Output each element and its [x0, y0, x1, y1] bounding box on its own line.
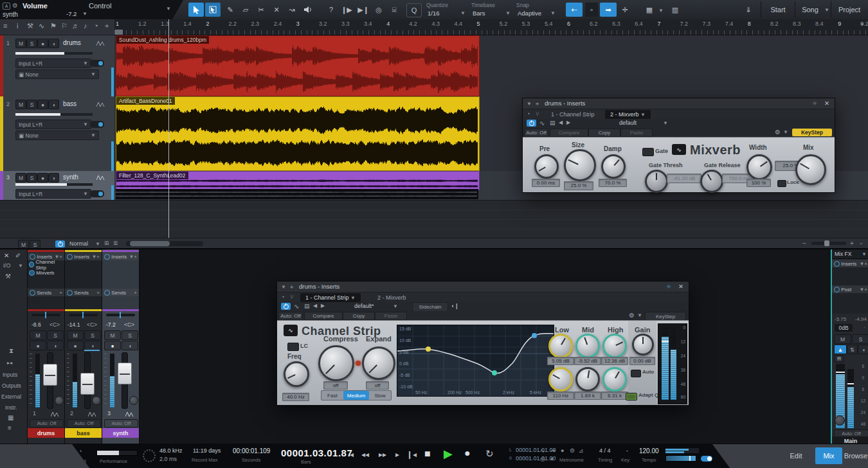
track-scrollbar[interactable]: [111, 185, 114, 200]
gear-icon[interactable]: ⚙: [12, 2, 18, 9]
eq-point-high[interactable]: [532, 333, 537, 338]
lock-checkbox[interactable]: [777, 180, 786, 187]
record-arm-button[interactable]: ●: [30, 341, 46, 350]
mute-button[interactable]: M: [15, 173, 26, 183]
tool-icon[interactable]: ⚒: [27, 22, 33, 30]
automation-mode-button[interactable]: Auto: Off: [67, 419, 101, 428]
automation-mode-button[interactable]: Auto: Off: [104, 419, 138, 428]
close-icon[interactable]: ✕: [678, 283, 683, 290]
stop-button[interactable]: ■: [424, 448, 431, 460]
sidechain-button[interactable]: Sidechain: [412, 302, 448, 312]
solo-button[interactable]: S: [122, 330, 138, 340]
instrument-select[interactable]: ▣ None▼: [15, 69, 99, 79]
window-titlebar[interactable]: ▼ ＋ drums - Inserts ⍟ ✕: [277, 282, 689, 292]
marker-flag-icon[interactable]: ⚑: [50, 22, 57, 30]
preset-name[interactable]: default*: [354, 303, 374, 309]
mixer-channel-bass[interactable]: Inserts▼+ Sends+ -14.1 <C> M S ● ◖ 2 Aut…: [65, 249, 102, 445]
clock-icon[interactable]: ◎: [540, 456, 545, 462]
tempo-track-icon[interactable]: ∿: [540, 447, 545, 454]
mute-button[interactable]: M: [67, 330, 84, 340]
monitor-button[interactable]: ◖: [48, 173, 59, 183]
inserts-list[interactable]: [102, 260, 139, 289]
bell-icon[interactable]: ⊿: [579, 447, 584, 454]
speed-medium-button[interactable]: Medium: [343, 391, 370, 400]
compare-button[interactable]: Compare: [550, 129, 588, 137]
io-label[interactable]: I/O: [3, 262, 10, 269]
main-volume-slider[interactable]: [665, 455, 696, 462]
volume-readout[interactable]: -7.2: [106, 321, 116, 328]
volume-slider[interactable]: [15, 52, 93, 55]
pre-knob[interactable]: [534, 154, 559, 179]
edit-groups-button[interactable]: ▫: [585, 3, 598, 17]
track-name[interactable]: bass: [63, 100, 77, 107]
arrow-tool-button[interactable]: [188, 3, 204, 17]
low-freq-knob[interactable]: [548, 367, 573, 392]
pan-slider[interactable]: [32, 314, 60, 316]
fader-handle[interactable]: [43, 364, 57, 386]
window-titlebar[interactable]: ▼ ＋ drums - Inserts ⍟ ✕: [523, 98, 835, 109]
clip-synth[interactable]: Filter_128_C_SynthLead02: [116, 171, 480, 190]
copy-button[interactable]: Copy: [343, 312, 375, 320]
sends-header[interactable]: Sends+: [28, 289, 64, 296]
tempo-track-icon[interactable]: ◔: [94, 22, 98, 30]
chord-track-icon[interactable]: ♬: [72, 22, 79, 30]
solo-button[interactable]: S: [26, 39, 37, 48]
high-freq-knob[interactable]: [602, 367, 627, 392]
chevron-down-icon[interactable]: ▼: [393, 303, 398, 309]
banks-icon[interactable]: ▦: [8, 414, 14, 421]
auto-mode-button[interactable]: Auto: Off: [524, 129, 548, 137]
inserts-list[interactable]: [832, 267, 868, 285]
tab-channel-strip[interactable]: 1 - Channel Strip: [546, 110, 600, 119]
pan-slider[interactable]: [106, 314, 135, 316]
pin-icon[interactable]: ⍟: [667, 283, 671, 291]
track-header-drums[interactable]: 1 M S ● ◖ drums Input L+R▼ ▣ None▼: [0, 35, 114, 97]
gate-thresh-value[interactable]: -41.20 dB: [667, 174, 701, 183]
play-button[interactable]: ▶: [444, 447, 453, 461]
snap-mode-button[interactable]: ⇠: [566, 3, 583, 17]
zoom-slider[interactable]: [811, 242, 846, 245]
zoom-preset-icon[interactable]: ⌄: [859, 240, 863, 246]
chevron-down-icon[interactable]: ▼: [95, 241, 100, 247]
sidebar-item-instr[interactable]: Instr.: [5, 404, 17, 411]
solo-button[interactable]: S: [852, 334, 868, 344]
speaker-select-button[interactable]: ◖: [858, 345, 868, 354]
routing-icon[interactable]: ⑂: [536, 111, 539, 117]
track-scrollbar[interactable]: [111, 68, 114, 96]
routing-icon[interactable]: ⑂: [290, 294, 293, 300]
inserts-list[interactable]: Channel Strip Mixverb: [28, 260, 64, 289]
record-panel-button[interactable]: ◎: [372, 3, 385, 17]
lc-checkbox[interactable]: [287, 343, 299, 351]
browse-view-button[interactable]: Browse: [844, 447, 868, 464]
mid-freq-value[interactable]: 1.69 k: [574, 392, 601, 400]
preset-file-icon[interactable]: ▤: [550, 120, 556, 126]
volume-slider[interactable]: [15, 183, 93, 186]
bend-tool-button[interactable]: ↝: [285, 3, 299, 17]
expand-knob[interactable]: [362, 346, 395, 380]
track-name[interactable]: drums: [63, 39, 81, 46]
macro-toolbar-button[interactable]: ⌸: [386, 3, 402, 17]
inserts-list[interactable]: [65, 260, 102, 289]
high-gain-value[interactable]: 12.36 dB: [601, 357, 628, 365]
pin-icon[interactable]: ⍟: [813, 100, 817, 107]
track-list-menu-icon[interactable]: ≡: [3, 22, 7, 30]
keystep-button[interactable]: KeyStep: [645, 312, 686, 321]
clip-synth-tail[interactable]: [116, 189, 478, 199]
track-layout-button[interactable]: ▦: [642, 3, 657, 17]
gain-knob[interactable]: [632, 334, 654, 356]
pre-value[interactable]: 0.00 ms: [532, 179, 560, 187]
ab-compare-icon[interactable]: ∿: [294, 303, 299, 310]
list-icon[interactable]: ≡: [8, 424, 12, 431]
meter-style-button[interactable]: ▤: [834, 355, 844, 363]
track-header-bass[interactable]: 2 M S ● ◖ bass Input L+R▼ ▣ None▼: [0, 96, 114, 172]
damp-knob[interactable]: [601, 154, 626, 179]
mute-button[interactable]: M: [15, 100, 26, 109]
chevron-down-icon[interactable]: ▼: [18, 263, 23, 269]
width-knob[interactable]: [746, 154, 772, 180]
record-arm-button[interactable]: ●: [67, 341, 84, 350]
inspector-icon[interactable]: i: [17, 22, 18, 30]
cue-knob[interactable]: [835, 415, 845, 426]
note-icon[interactable]: ♪: [84, 22, 87, 30]
inserts-header[interactable]: Inserts▼+: [832, 260, 868, 267]
eq-point-low[interactable]: [426, 346, 431, 352]
next-bar-button[interactable]: ▸: [395, 450, 399, 459]
